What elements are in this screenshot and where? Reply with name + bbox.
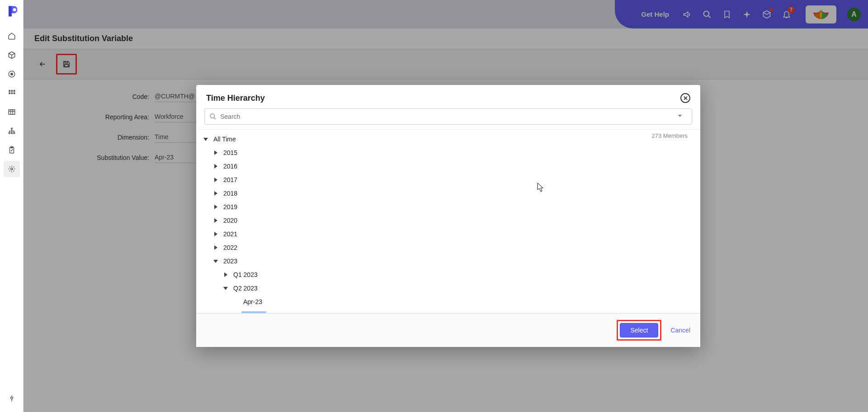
tree-node-quarter[interactable]: Q2 2023 [198,281,698,295]
tree-label: 2015 [222,149,239,157]
close-icon[interactable]: ✕ [680,93,690,103]
tree-node-year[interactable]: 2019 [198,200,698,214]
svg-point-11 [9,132,10,134]
svg-point-0 [13,8,16,11]
svg-point-13 [13,132,14,134]
svg-rect-5 [13,90,15,92]
hierarchy-icon[interactable] [4,123,20,139]
select-button[interactable]: Select [620,323,658,337]
tree-label: 2017 [222,176,239,184]
chevron-down-icon[interactable] [676,112,687,121]
expand-icon[interactable] [212,163,219,169]
table-icon[interactable] [4,104,20,120]
tree-label: Q2 2023 [231,284,259,292]
modal-header: Time Hierarchy ✕ [196,85,700,108]
tree-label: 2023 [222,257,239,265]
svg-point-10 [11,128,12,129]
tree-area: 273 Members All Time 2015 2016 2017 2018… [196,129,700,314]
tree-label: 2016 [222,162,239,170]
tree-label: 2022 [222,243,239,252]
tree-label: Q1 2023 [231,271,259,279]
expand-icon[interactable] [212,244,219,251]
clipboard-icon[interactable] [4,142,20,158]
modal-title: Time Hierarchy [206,94,265,103]
tree-label-selected: May-23 [241,311,266,314]
settings-icon[interactable] [4,161,20,177]
search-box[interactable] [204,108,692,125]
collapse-icon[interactable] [212,258,219,264]
expand-icon[interactable] [212,177,219,183]
tree-label: All Time [212,135,238,143]
select-highlight: Select [617,320,661,341]
expand-icon[interactable] [222,272,229,278]
pin-icon[interactable] [8,395,15,404]
home-icon[interactable] [4,28,20,44]
svg-rect-7 [11,93,13,94]
tree-node-year[interactable]: 2018 [198,187,698,200]
tree-scroll[interactable]: All Time 2015 2016 2017 2018 2019 2020 2… [196,130,700,314]
tree-node-year[interactable]: 2022 [198,241,698,254]
tree-label: 2021 [222,230,239,238]
tree-node-year[interactable]: 2020 [198,214,698,227]
svg-rect-4 [11,90,13,92]
svg-rect-8 [13,93,15,94]
tree-node-year[interactable]: 2023 [198,254,698,268]
tree-node-year[interactable]: 2017 [198,173,698,187]
expand-icon[interactable] [212,190,219,197]
tree-node-all-time[interactable]: All Time [198,132,698,146]
left-sidebar [0,0,24,412]
expand-icon[interactable] [212,150,219,156]
cancel-button[interactable]: Cancel [670,327,690,334]
search-input[interactable] [220,113,687,120]
members-count: 273 Members [652,132,688,139]
cube-icon[interactable] [4,47,20,63]
collapse-icon[interactable] [222,285,229,291]
tree-label: 2019 [222,203,239,211]
grid-icon[interactable] [4,85,20,101]
svg-point-12 [11,132,12,134]
search-icon [209,113,217,120]
target-icon[interactable] [4,66,20,82]
svg-rect-3 [9,90,10,92]
collapse-icon[interactable] [203,136,209,142]
tree-label: 2018 [222,189,239,197]
expand-icon[interactable] [212,204,219,210]
expand-icon[interactable] [212,217,219,224]
tree-node-year[interactable]: 2016 [198,159,698,173]
svg-rect-9 [9,110,15,115]
tree-node-year[interactable]: 2015 [198,146,698,159]
app-logo [5,5,18,17]
svg-point-16 [10,168,13,170]
time-hierarchy-modal: Time Hierarchy ✕ 273 Members All Time 20… [196,85,700,347]
tree-node-quarter[interactable]: Q1 2023 [198,268,698,281]
svg-point-19 [210,114,214,118]
svg-point-2 [10,73,13,75]
tree-node-month[interactable]: Apr-23 [198,295,698,309]
tree-label: 2020 [222,216,239,225]
tree-node-year[interactable]: 2021 [198,227,698,241]
svg-rect-6 [9,93,10,94]
modal-footer: Select Cancel [196,314,700,347]
svg-rect-15 [10,147,13,148]
expand-icon[interactable] [212,231,219,237]
tree-node-month[interactable]: May-23 [198,309,698,314]
tree-label: Apr-23 [241,298,264,306]
